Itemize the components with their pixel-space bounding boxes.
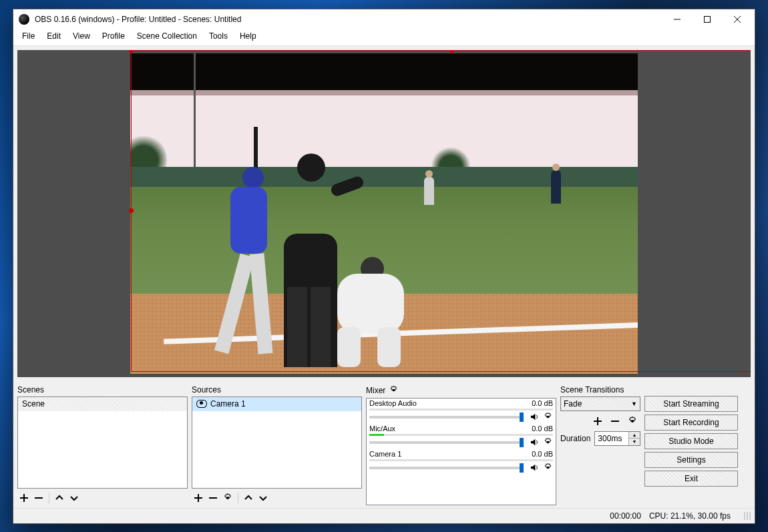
menu-scene-collection[interactable]: Scene Collection xyxy=(131,30,203,42)
svg-rect-1 xyxy=(704,16,710,22)
status-bar: 00:00:00 CPU: 21.1%, 30.00 fps xyxy=(13,508,755,523)
duration-spinner[interactable]: 300ms ▲ ▼ xyxy=(594,431,640,446)
window-title: OBS 0.16.6 (windows) - Profile: Untitled… xyxy=(35,15,662,24)
sources-panel: Sources Camera 1 xyxy=(192,384,362,505)
status-time: 00:00:00 xyxy=(610,511,641,521)
source-item[interactable]: Camera 1 xyxy=(192,397,361,411)
transitions-toolbar xyxy=(560,411,640,431)
move-source-up-button[interactable] xyxy=(242,491,255,505)
mixer-channel-name: Mic/Aux xyxy=(369,425,395,433)
resize-handle-w[interactable] xyxy=(129,208,134,213)
transition-properties-button[interactable] xyxy=(626,415,639,428)
remove-source-button[interactable] xyxy=(206,491,220,505)
remove-scene-button[interactable] xyxy=(32,491,45,505)
move-source-down-button[interactable] xyxy=(256,491,270,505)
mixer-channel-level: 0.0 dB xyxy=(532,425,553,433)
transitions-title: Scene Transitions xyxy=(560,384,640,396)
sources-list[interactable]: Camera 1 xyxy=(192,396,362,489)
video-source-preview[interactable] xyxy=(130,53,638,374)
audio-meter xyxy=(369,409,553,411)
audio-meter xyxy=(369,459,553,461)
add-scene-button[interactable] xyxy=(17,491,31,505)
exit-button[interactable]: Exit xyxy=(644,471,738,487)
transitions-panel: Scene Transitions Fade ▼ Duration 300ms … xyxy=(560,384,640,505)
mixer-panel: Mixer Desktop Audio 0.0 dB xyxy=(366,384,556,505)
mixer-channel-name: Desktop Audio xyxy=(369,399,417,407)
mixer-channel: Desktop Audio 0.0 dB xyxy=(367,398,556,424)
add-source-button[interactable] xyxy=(192,491,205,505)
scene-item-label: Scene xyxy=(22,399,45,409)
start-recording-button[interactable]: Start Recording xyxy=(644,415,738,431)
transition-selected: Fade xyxy=(564,399,582,409)
app-logo-icon xyxy=(19,14,29,25)
mixer-settings-gear-icon[interactable] xyxy=(388,385,399,396)
transition-select[interactable]: Fade ▼ xyxy=(560,396,640,411)
start-streaming-button[interactable]: Start Streaming xyxy=(644,396,738,412)
channel-gear-icon[interactable] xyxy=(542,412,553,423)
source-item-label: Camera 1 xyxy=(210,399,246,409)
source-properties-button[interactable] xyxy=(221,491,234,505)
app-window: OBS 0.16.6 (windows) - Profile: Untitled… xyxy=(13,9,755,524)
scenes-panel: Scenes Scene xyxy=(17,384,188,505)
settings-button[interactable]: Settings xyxy=(644,452,738,468)
controls-panel: Start Streaming Start Recording Studio M… xyxy=(644,384,738,505)
minimize-button[interactable] xyxy=(662,9,692,29)
volume-slider[interactable] xyxy=(369,416,524,419)
mixer-channel: Camera 1 0.0 dB xyxy=(367,449,556,475)
status-cpu: CPU: 21.1%, 30.00 fps xyxy=(649,511,731,521)
mixer-channel-level: 0.0 dB xyxy=(532,399,553,407)
resize-handle-nw[interactable] xyxy=(129,50,134,53)
channel-gear-icon[interactable] xyxy=(542,437,553,448)
preview-container xyxy=(13,46,755,381)
speaker-icon[interactable] xyxy=(529,437,540,448)
separator xyxy=(238,493,238,503)
menu-bar: File Edit View Profile Scene Collection … xyxy=(13,29,755,46)
audio-meter xyxy=(369,434,553,436)
svg-marker-13 xyxy=(530,439,535,445)
separator xyxy=(49,493,49,503)
bottom-dock: Scenes Scene Sources Camera 1 xyxy=(13,381,755,508)
duration-label: Duration xyxy=(560,434,590,443)
spinner-up-button[interactable]: ▲ xyxy=(629,432,640,439)
duration-value: 300ms xyxy=(598,434,622,443)
title-bar: OBS 0.16.6 (windows) - Profile: Untitled… xyxy=(13,9,755,29)
mixer-title-label: Mixer xyxy=(366,386,385,395)
menu-help[interactable]: Help xyxy=(234,30,262,42)
svg-marker-11 xyxy=(530,414,535,420)
volume-slider[interactable] xyxy=(369,441,524,444)
spinner-down-button[interactable]: ▼ xyxy=(629,439,640,445)
move-scene-down-button[interactable] xyxy=(67,491,81,505)
mixer-title: Mixer xyxy=(366,384,556,398)
volume-slider[interactable] xyxy=(369,467,524,469)
svg-marker-15 xyxy=(530,465,535,471)
studio-mode-button[interactable]: Studio Mode xyxy=(644,433,738,449)
dropdown-arrow-icon: ▼ xyxy=(631,401,637,407)
menu-edit[interactable]: Edit xyxy=(41,30,67,42)
move-scene-up-button[interactable] xyxy=(53,491,66,505)
channel-gear-icon[interactable] xyxy=(542,463,553,473)
sources-title: Sources xyxy=(192,384,362,396)
mixer-channel: Mic/Aux 0.0 dB xyxy=(367,424,556,449)
mixer-channel-name: Camera 1 xyxy=(369,450,401,458)
speaker-icon[interactable] xyxy=(529,412,540,423)
visibility-eye-icon[interactable] xyxy=(196,400,207,408)
maximize-button[interactable] xyxy=(692,9,722,29)
menu-view[interactable]: View xyxy=(67,30,96,42)
close-button[interactable] xyxy=(722,9,752,29)
menu-profile[interactable]: Profile xyxy=(96,30,131,42)
mixer-channel-level: 0.0 dB xyxy=(532,450,553,458)
menu-tools[interactable]: Tools xyxy=(203,30,234,42)
add-transition-button[interactable] xyxy=(591,415,604,428)
scenes-list[interactable]: Scene xyxy=(17,396,188,489)
mixer-list[interactable]: Desktop Audio 0.0 dB Mic/Aux 0.0 dB xyxy=(366,398,556,505)
scenes-title: Scenes xyxy=(17,384,188,396)
sources-toolbar xyxy=(192,489,362,505)
speaker-icon[interactable] xyxy=(529,463,540,473)
remove-transition-button[interactable] xyxy=(608,415,622,428)
preview-canvas[interactable] xyxy=(17,50,751,377)
scene-item[interactable]: Scene xyxy=(18,397,187,411)
menu-file[interactable]: File xyxy=(16,30,41,42)
resize-handle-n[interactable] xyxy=(449,50,454,53)
scenes-toolbar xyxy=(17,489,188,505)
resize-grip-icon[interactable] xyxy=(739,512,751,520)
